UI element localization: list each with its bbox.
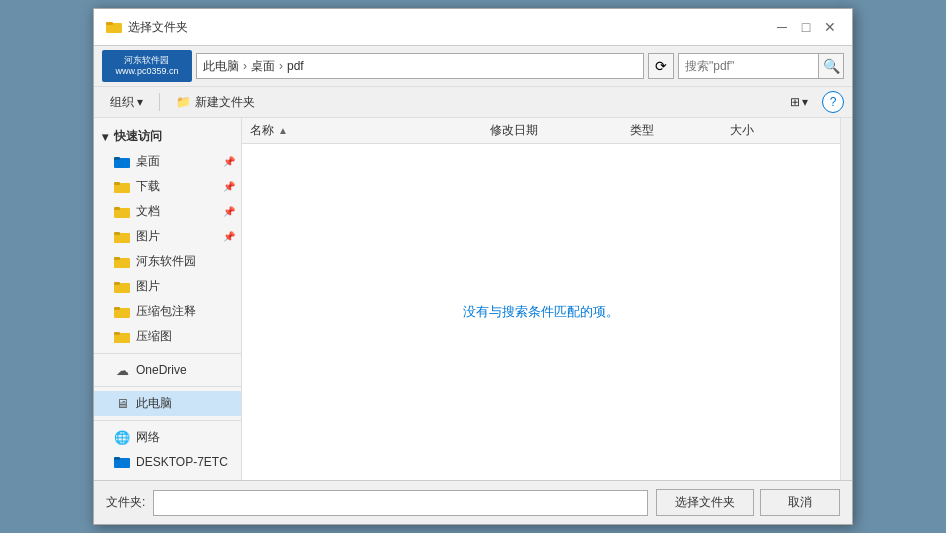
sidebar-item-desktop-label: 桌面 [136, 153, 160, 170]
folder-label: 文件夹: [106, 494, 145, 511]
cancel-button[interactable]: 取消 [760, 489, 840, 516]
sidebar-item-pictures-label: 图片 [136, 228, 160, 245]
sidebar-item-onedrive-label: OneDrive [136, 363, 187, 377]
sidebar-item-this-pc[interactable]: 🖥 此电脑 [94, 391, 241, 416]
sidebar-item-network[interactable]: 🌐 网络 [94, 425, 241, 450]
sidebar-item-desktop[interactable]: 桌面 📌 [94, 149, 241, 174]
sidebar-item-documents[interactable]: 文档 📌 [94, 199, 241, 224]
bottom-bar: 文件夹: 选择文件夹 取消 [94, 480, 852, 524]
logo-text: 河东软件园 www.pc0359.cn [115, 55, 178, 77]
title-bar-controls: ─ □ ✕ [772, 17, 840, 37]
sort-arrow-icon: ▲ [278, 125, 288, 136]
col-type-label: 类型 [630, 123, 654, 137]
maximize-button[interactable]: □ [796, 17, 816, 37]
svg-rect-13 [114, 282, 120, 285]
sidebar-item-hedong-label: 河东软件园 [136, 253, 196, 270]
svg-rect-3 [114, 157, 120, 160]
sidebar-divider-2 [94, 386, 241, 387]
col-type-header[interactable]: 类型 [630, 122, 730, 139]
documents-icon [114, 204, 130, 220]
documents-pin-icon: 📌 [223, 206, 235, 217]
organize-button[interactable]: 组织 ▾ [102, 92, 151, 113]
svg-rect-15 [114, 307, 120, 310]
help-icon: ? [830, 95, 837, 109]
svg-rect-11 [114, 257, 120, 260]
view-arrow: ▾ [802, 95, 808, 109]
search-input[interactable] [678, 53, 818, 79]
sidebar-item-documents-label: 文档 [136, 203, 160, 220]
dialog-title: 选择文件夹 [128, 19, 188, 36]
desktop-pin-icon: 📌 [223, 156, 235, 167]
help-button[interactable]: ? [822, 91, 844, 113]
breadcrumb-part-0[interactable]: 此电脑 [203, 58, 239, 75]
breadcrumb-sep-1: › [279, 59, 283, 73]
pictures2-icon [114, 279, 130, 295]
svg-rect-17 [114, 332, 120, 335]
title-bar: 选择文件夹 ─ □ ✕ [94, 9, 852, 46]
svg-rect-19 [114, 457, 120, 460]
sidebar-item-pictures2[interactable]: 图片 [94, 274, 241, 299]
dialog-window: 选择文件夹 ─ □ ✕ 河东软件园 www.pc0359.cn 此电脑 › 桌面… [93, 8, 853, 525]
pictures-pin-icon: 📌 [223, 231, 235, 242]
refresh-button[interactable]: ⟳ [648, 53, 674, 79]
desktop-folder-icon [114, 154, 130, 170]
view-button[interactable]: ⊞ ▾ [784, 93, 814, 111]
breadcrumb-path[interactable]: 此电脑 › 桌面 › pdf [196, 53, 644, 79]
downloads-pin-icon: 📌 [223, 181, 235, 192]
logo-area: 河东软件园 www.pc0359.cn [102, 50, 192, 82]
search-button[interactable]: 🔍 [818, 53, 844, 79]
downloads-icon [114, 179, 130, 195]
quick-access-expand-icon: ▾ [102, 130, 108, 144]
quick-access-section: ▾ 快速访问 桌面 📌 下载 📌 [94, 124, 241, 349]
sidebar-item-downloads-label: 下载 [136, 178, 160, 195]
breadcrumb-part-2[interactable]: pdf [287, 59, 304, 73]
col-size-label: 大小 [730, 123, 754, 137]
sidebar-item-onedrive[interactable]: ☁ OneDrive [94, 358, 241, 382]
col-size-header[interactable]: 大小 [730, 122, 832, 139]
scrollbar[interactable] [840, 118, 852, 480]
search-area: 🔍 [678, 53, 844, 79]
sidebar-item-this-pc-label: 此电脑 [136, 395, 172, 412]
pictures-icon [114, 229, 130, 245]
sidebar-divider-1 [94, 353, 241, 354]
quick-access-header: ▾ 快速访问 [94, 124, 241, 149]
desktop-pc-icon [114, 454, 130, 470]
sidebar-item-pictures[interactable]: 图片 📌 [94, 224, 241, 249]
column-header: 名称 ▲ 修改日期 类型 大小 [242, 118, 840, 144]
folder-title-icon [106, 19, 122, 35]
folder-input[interactable] [153, 490, 648, 516]
sidebar-item-downloads[interactable]: 下载 📌 [94, 174, 241, 199]
breadcrumb-part-1[interactable]: 桌面 [251, 58, 275, 75]
new-folder-button[interactable]: 📁 新建文件夹 [168, 92, 263, 113]
content-body: 没有与搜索条件匹配的项。 [242, 144, 840, 480]
confirm-button[interactable]: 选择文件夹 [656, 489, 754, 516]
svg-rect-7 [114, 207, 120, 210]
sidebar-item-network-label: 网络 [136, 429, 160, 446]
close-button[interactable]: ✕ [820, 17, 840, 37]
archive-note-icon [114, 304, 130, 320]
sidebar-item-desktop-pc[interactable]: DESKTOP-7ETC [94, 450, 241, 474]
svg-rect-5 [114, 182, 120, 185]
button-group: 选择文件夹 取消 [656, 489, 840, 516]
minimize-button[interactable]: ─ [772, 17, 792, 37]
content-area: 名称 ▲ 修改日期 类型 大小 没有与搜索条件匹配的项。 [242, 118, 840, 480]
svg-rect-1 [106, 22, 113, 25]
sidebar-item-archive-note-label: 压缩包注释 [136, 303, 196, 320]
sidebar-item-archive-note[interactable]: 压缩包注释 [94, 299, 241, 324]
onedrive-icon: ☁ [114, 362, 130, 378]
sidebar-divider-3 [94, 420, 241, 421]
sidebar-item-pictures2-label: 图片 [136, 278, 160, 295]
network-icon: 🌐 [114, 430, 130, 446]
address-bar: 河东软件园 www.pc0359.cn 此电脑 › 桌面 › pdf ⟳ 🔍 [94, 46, 852, 87]
sidebar-item-desktop-pc-label: DESKTOP-7ETC [136, 455, 228, 469]
col-date-label: 修改日期 [490, 123, 538, 137]
col-name-header[interactable]: 名称 ▲ [250, 122, 490, 139]
sidebar-item-compressed[interactable]: 压缩图 [94, 324, 241, 349]
sidebar-item-hedong[interactable]: 河东软件园 [94, 249, 241, 274]
hedong-folder-icon [114, 254, 130, 270]
sidebar: ▾ 快速访问 桌面 📌 下载 📌 [94, 118, 242, 480]
quick-access-label: 快速访问 [114, 128, 162, 145]
view-icon: ⊞ [790, 95, 800, 109]
main-area: ▾ 快速访问 桌面 📌 下载 📌 [94, 118, 852, 480]
col-date-header[interactable]: 修改日期 [490, 122, 630, 139]
